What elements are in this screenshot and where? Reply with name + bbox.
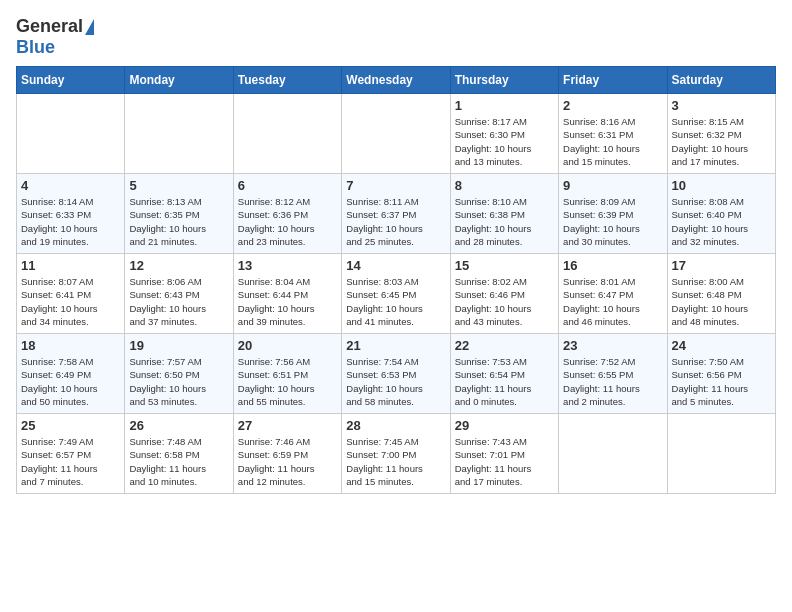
calendar-cell: 21Sunrise: 7:54 AM Sunset: 6:53 PM Dayli… bbox=[342, 334, 450, 414]
day-number: 26 bbox=[129, 418, 228, 433]
day-info: Sunrise: 7:58 AM Sunset: 6:49 PM Dayligh… bbox=[21, 355, 120, 408]
calendar-cell bbox=[342, 94, 450, 174]
day-info: Sunrise: 7:54 AM Sunset: 6:53 PM Dayligh… bbox=[346, 355, 445, 408]
logo-arrow-icon bbox=[85, 19, 94, 35]
calendar-header-row: SundayMondayTuesdayWednesdayThursdayFrid… bbox=[17, 67, 776, 94]
day-info: Sunrise: 7:53 AM Sunset: 6:54 PM Dayligh… bbox=[455, 355, 554, 408]
day-number: 20 bbox=[238, 338, 337, 353]
logo-blue-text: Blue bbox=[16, 37, 55, 57]
weekday-header-monday: Monday bbox=[125, 67, 233, 94]
day-number: 18 bbox=[21, 338, 120, 353]
day-number: 5 bbox=[129, 178, 228, 193]
calendar-cell bbox=[233, 94, 341, 174]
calendar-cell: 18Sunrise: 7:58 AM Sunset: 6:49 PM Dayli… bbox=[17, 334, 125, 414]
weekday-header-friday: Friday bbox=[559, 67, 667, 94]
day-info: Sunrise: 8:13 AM Sunset: 6:35 PM Dayligh… bbox=[129, 195, 228, 248]
day-number: 19 bbox=[129, 338, 228, 353]
weekday-header-thursday: Thursday bbox=[450, 67, 558, 94]
calendar-cell bbox=[559, 414, 667, 494]
day-info: Sunrise: 8:04 AM Sunset: 6:44 PM Dayligh… bbox=[238, 275, 337, 328]
day-number: 21 bbox=[346, 338, 445, 353]
day-number: 8 bbox=[455, 178, 554, 193]
calendar-body: 1Sunrise: 8:17 AM Sunset: 6:30 PM Daylig… bbox=[17, 94, 776, 494]
calendar-week-4: 18Sunrise: 7:58 AM Sunset: 6:49 PM Dayli… bbox=[17, 334, 776, 414]
day-info: Sunrise: 8:03 AM Sunset: 6:45 PM Dayligh… bbox=[346, 275, 445, 328]
day-number: 25 bbox=[21, 418, 120, 433]
calendar-week-1: 1Sunrise: 8:17 AM Sunset: 6:30 PM Daylig… bbox=[17, 94, 776, 174]
day-info: Sunrise: 8:09 AM Sunset: 6:39 PM Dayligh… bbox=[563, 195, 662, 248]
calendar-cell: 19Sunrise: 7:57 AM Sunset: 6:50 PM Dayli… bbox=[125, 334, 233, 414]
calendar-week-5: 25Sunrise: 7:49 AM Sunset: 6:57 PM Dayli… bbox=[17, 414, 776, 494]
day-info: Sunrise: 8:10 AM Sunset: 6:38 PM Dayligh… bbox=[455, 195, 554, 248]
day-number: 17 bbox=[672, 258, 771, 273]
calendar-cell: 26Sunrise: 7:48 AM Sunset: 6:58 PM Dayli… bbox=[125, 414, 233, 494]
day-info: Sunrise: 8:00 AM Sunset: 6:48 PM Dayligh… bbox=[672, 275, 771, 328]
weekday-header-sunday: Sunday bbox=[17, 67, 125, 94]
day-number: 15 bbox=[455, 258, 554, 273]
calendar-table: SundayMondayTuesdayWednesdayThursdayFrid… bbox=[16, 66, 776, 494]
day-info: Sunrise: 8:16 AM Sunset: 6:31 PM Dayligh… bbox=[563, 115, 662, 168]
calendar-cell: 16Sunrise: 8:01 AM Sunset: 6:47 PM Dayli… bbox=[559, 254, 667, 334]
calendar-cell: 1Sunrise: 8:17 AM Sunset: 6:30 PM Daylig… bbox=[450, 94, 558, 174]
day-number: 1 bbox=[455, 98, 554, 113]
day-number: 3 bbox=[672, 98, 771, 113]
calendar-cell bbox=[17, 94, 125, 174]
calendar-cell: 20Sunrise: 7:56 AM Sunset: 6:51 PM Dayli… bbox=[233, 334, 341, 414]
calendar-cell: 6Sunrise: 8:12 AM Sunset: 6:36 PM Daylig… bbox=[233, 174, 341, 254]
page-header: General Blue bbox=[16, 16, 776, 58]
calendar-cell: 24Sunrise: 7:50 AM Sunset: 6:56 PM Dayli… bbox=[667, 334, 775, 414]
calendar-cell: 13Sunrise: 8:04 AM Sunset: 6:44 PM Dayli… bbox=[233, 254, 341, 334]
day-info: Sunrise: 7:52 AM Sunset: 6:55 PM Dayligh… bbox=[563, 355, 662, 408]
calendar-cell: 3Sunrise: 8:15 AM Sunset: 6:32 PM Daylig… bbox=[667, 94, 775, 174]
weekday-header-wednesday: Wednesday bbox=[342, 67, 450, 94]
calendar-cell: 8Sunrise: 8:10 AM Sunset: 6:38 PM Daylig… bbox=[450, 174, 558, 254]
calendar-cell: 23Sunrise: 7:52 AM Sunset: 6:55 PM Dayli… bbox=[559, 334, 667, 414]
calendar-cell: 28Sunrise: 7:45 AM Sunset: 7:00 PM Dayli… bbox=[342, 414, 450, 494]
day-number: 23 bbox=[563, 338, 662, 353]
calendar-cell: 10Sunrise: 8:08 AM Sunset: 6:40 PM Dayli… bbox=[667, 174, 775, 254]
calendar-cell bbox=[667, 414, 775, 494]
day-info: Sunrise: 8:14 AM Sunset: 6:33 PM Dayligh… bbox=[21, 195, 120, 248]
weekday-header-tuesday: Tuesday bbox=[233, 67, 341, 94]
day-number: 13 bbox=[238, 258, 337, 273]
calendar-cell: 7Sunrise: 8:11 AM Sunset: 6:37 PM Daylig… bbox=[342, 174, 450, 254]
calendar-cell: 29Sunrise: 7:43 AM Sunset: 7:01 PM Dayli… bbox=[450, 414, 558, 494]
calendar-cell: 15Sunrise: 8:02 AM Sunset: 6:46 PM Dayli… bbox=[450, 254, 558, 334]
calendar-cell: 5Sunrise: 8:13 AM Sunset: 6:35 PM Daylig… bbox=[125, 174, 233, 254]
day-info: Sunrise: 7:56 AM Sunset: 6:51 PM Dayligh… bbox=[238, 355, 337, 408]
day-info: Sunrise: 7:48 AM Sunset: 6:58 PM Dayligh… bbox=[129, 435, 228, 488]
day-info: Sunrise: 8:17 AM Sunset: 6:30 PM Dayligh… bbox=[455, 115, 554, 168]
day-number: 11 bbox=[21, 258, 120, 273]
day-number: 2 bbox=[563, 98, 662, 113]
day-info: Sunrise: 8:12 AM Sunset: 6:36 PM Dayligh… bbox=[238, 195, 337, 248]
day-info: Sunrise: 8:06 AM Sunset: 6:43 PM Dayligh… bbox=[129, 275, 228, 328]
calendar-cell bbox=[125, 94, 233, 174]
calendar-cell: 12Sunrise: 8:06 AM Sunset: 6:43 PM Dayli… bbox=[125, 254, 233, 334]
day-number: 22 bbox=[455, 338, 554, 353]
day-number: 12 bbox=[129, 258, 228, 273]
day-number: 29 bbox=[455, 418, 554, 433]
day-number: 14 bbox=[346, 258, 445, 273]
calendar-cell: 27Sunrise: 7:46 AM Sunset: 6:59 PM Dayli… bbox=[233, 414, 341, 494]
day-number: 24 bbox=[672, 338, 771, 353]
day-number: 6 bbox=[238, 178, 337, 193]
calendar-cell: 22Sunrise: 7:53 AM Sunset: 6:54 PM Dayli… bbox=[450, 334, 558, 414]
logo-general-text: General bbox=[16, 16, 83, 37]
calendar-cell: 17Sunrise: 8:00 AM Sunset: 6:48 PM Dayli… bbox=[667, 254, 775, 334]
day-number: 28 bbox=[346, 418, 445, 433]
calendar-cell: 14Sunrise: 8:03 AM Sunset: 6:45 PM Dayli… bbox=[342, 254, 450, 334]
day-info: Sunrise: 7:43 AM Sunset: 7:01 PM Dayligh… bbox=[455, 435, 554, 488]
logo: General Blue bbox=[16, 16, 94, 58]
day-info: Sunrise: 8:07 AM Sunset: 6:41 PM Dayligh… bbox=[21, 275, 120, 328]
day-number: 4 bbox=[21, 178, 120, 193]
day-number: 10 bbox=[672, 178, 771, 193]
calendar-cell: 9Sunrise: 8:09 AM Sunset: 6:39 PM Daylig… bbox=[559, 174, 667, 254]
day-info: Sunrise: 8:11 AM Sunset: 6:37 PM Dayligh… bbox=[346, 195, 445, 248]
day-number: 7 bbox=[346, 178, 445, 193]
day-info: Sunrise: 8:01 AM Sunset: 6:47 PM Dayligh… bbox=[563, 275, 662, 328]
calendar-cell: 4Sunrise: 8:14 AM Sunset: 6:33 PM Daylig… bbox=[17, 174, 125, 254]
day-info: Sunrise: 7:45 AM Sunset: 7:00 PM Dayligh… bbox=[346, 435, 445, 488]
calendar-cell: 25Sunrise: 7:49 AM Sunset: 6:57 PM Dayli… bbox=[17, 414, 125, 494]
day-info: Sunrise: 7:49 AM Sunset: 6:57 PM Dayligh… bbox=[21, 435, 120, 488]
day-info: Sunrise: 7:50 AM Sunset: 6:56 PM Dayligh… bbox=[672, 355, 771, 408]
